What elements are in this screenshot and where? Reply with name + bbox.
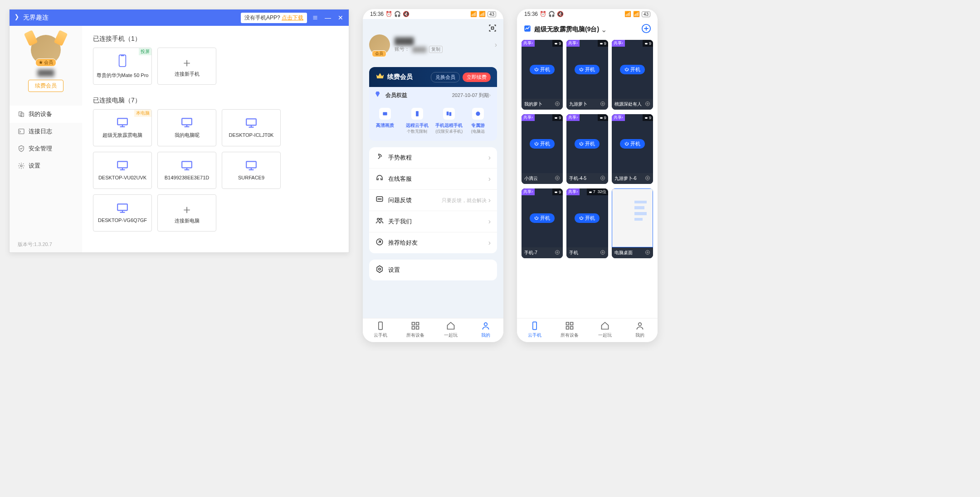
monitor-icon — [245, 118, 257, 130]
mute-icon: 🔇 — [557, 11, 564, 17]
monitor-icon — [245, 160, 257, 172]
device-card-pc[interactable]: 本电脑超级无敌霹雳电脑 — [93, 109, 152, 146]
version-label: 版本号:1.3.20.7 — [10, 236, 82, 252]
power-button[interactable]: 开机 — [575, 65, 600, 74]
gear-icon[interactable] — [645, 101, 650, 107]
battery-icon: 43 — [642, 11, 650, 17]
plus-icon: ＋ — [181, 202, 193, 217]
nav-item[interactable]: 一起玩 — [587, 321, 623, 338]
cloud-device-card[interactable]: 共享› 9 开机九游萝卜 — [566, 40, 608, 110]
gear-icon[interactable] — [645, 250, 650, 256]
cloud-device-card[interactable]: 共享› 7 32位 开机手机 — [566, 188, 608, 258]
nav-item[interactable]: 云手机 — [517, 321, 552, 338]
add-phone-card[interactable]: ＋ 连接新手机 — [157, 48, 216, 85]
svg-rect-78 — [570, 323, 573, 325]
menu-item[interactable]: 手势教程› — [369, 147, 497, 169]
user-row[interactable]: 会员 ████ 账号：████ 复制 › — [369, 34, 497, 55]
cloud-device-card[interactable]: 共享› 9 开机小滴云 — [522, 114, 563, 184]
chevron-down-icon: ⌄ — [601, 25, 607, 34]
phone-icon — [117, 54, 127, 69]
gear-icon[interactable] — [600, 250, 605, 256]
avatar[interactable]: ★ 会员 — [31, 35, 61, 65]
device-card-pc[interactable]: SURFACE9 — [222, 152, 281, 189]
device-card-pc[interactable]: DESKTOP-VU02UVK — [93, 152, 152, 189]
app-title: 无界趣连 — [23, 14, 241, 22]
nav-icon — [481, 321, 490, 331]
vip-feature[interactable]: 高清画质 — [369, 108, 401, 135]
sidebar-item-logs[interactable]: 连接日志 — [10, 123, 82, 140]
renew-vip-button[interactable]: 续费会员 — [28, 80, 63, 92]
copy-button[interactable]: 复制 — [429, 46, 443, 53]
sidebar-item-security[interactable]: 安全管理 — [10, 140, 82, 157]
gear-icon[interactable] — [645, 175, 650, 182]
device-card-pc[interactable]: DESKTOP-VG6Q7GF — [93, 194, 152, 232]
add-pc-card[interactable]: ＋连接新电脑 — [157, 194, 216, 232]
svg-rect-59 — [555, 117, 557, 118]
share-tag: 共享› — [522, 114, 535, 121]
device-card-phone[interactable]: 投屏 尊贵的华为Mate 50 Pro — [93, 48, 152, 85]
nav-item[interactable]: 一起玩 — [433, 321, 468, 338]
svg-rect-44 — [416, 323, 419, 325]
power-button[interactable]: 开机 — [620, 65, 645, 74]
menu-button[interactable] — [311, 13, 320, 22]
alarm-icon: ⏰ — [540, 11, 546, 17]
renew-now-button[interactable]: 立即续费 — [463, 72, 491, 82]
cloud-device-card[interactable]: 共享›⊞ Windows电脑桌面 — [612, 188, 653, 258]
power-button[interactable]: 开机 — [530, 139, 555, 149]
device-card-pc[interactable]: B1499238EE3E71D — [157, 152, 216, 189]
gear-icon[interactable] — [600, 101, 605, 107]
power-button[interactable]: 开机 — [575, 213, 600, 223]
add-button[interactable] — [641, 24, 651, 35]
cloud-device-card[interactable]: 共享› 9 开机桃源深处有人 — [612, 40, 653, 110]
swap-vip-button[interactable]: 兑换会员 — [431, 72, 460, 82]
nav-item[interactable]: 所有设备 — [398, 321, 434, 338]
svg-rect-65 — [645, 117, 647, 118]
gear-icon[interactable] — [555, 101, 560, 107]
cloud-device-card[interactable]: 共享› 9 开机九游萝卜-6 — [612, 114, 653, 184]
device-group-header[interactable]: 超级无敌霹雳电脑(9台) ⌄ — [517, 19, 658, 40]
nav-icon — [530, 321, 539, 331]
cloud-device-card[interactable]: 共享› 9 开机手机-4-5 — [566, 114, 608, 184]
vip-feature[interactable]: 远程云手机个数无限制 — [401, 108, 434, 135]
nav-item[interactable]: 所有设备 — [552, 321, 588, 338]
power-button[interactable]: 开机 — [620, 139, 645, 149]
power-button[interactable]: 开机 — [530, 65, 555, 74]
svg-point-51 — [556, 102, 560, 106]
menu-item[interactable]: 推荐给好友› — [369, 232, 497, 253]
nav-item[interactable]: 云手机 — [363, 321, 398, 338]
menu-item[interactable]: 在线客服› — [369, 169, 497, 190]
vip-rights-row[interactable]: 会员权益 2027-10-07 到期 › — [369, 87, 497, 103]
svg-rect-79 — [566, 327, 569, 329]
info-tag: 9 — [552, 188, 563, 195]
svg-rect-12 — [246, 119, 256, 125]
sidebar-item-settings[interactable]: 设置 — [10, 157, 82, 174]
nav-icon — [411, 321, 420, 331]
cloud-device-card[interactable]: 共享› 9 开机我的萝卜 — [522, 40, 563, 110]
gear-icon[interactable] — [555, 175, 560, 182]
vip-feature[interactable]: 手机远程手机(仅限安卓手机) — [433, 108, 465, 135]
power-button[interactable]: 开机 — [575, 139, 600, 149]
nav-item[interactable]: 我的 — [468, 321, 504, 338]
gear-icon[interactable] — [600, 175, 605, 182]
gear-icon[interactable] — [555, 250, 560, 256]
menu-icon — [375, 174, 384, 184]
menu-item-settings[interactable]: 设置 — [369, 260, 497, 280]
sidebar-item-devices[interactable]: 我的设备 — [10, 106, 82, 123]
svg-rect-4 — [119, 55, 126, 67]
device-card-pc[interactable]: DESKTOP-ICLJT0K — [222, 109, 281, 146]
vip-feature[interactable]: 专属游(电脑远 — [465, 108, 491, 135]
menu-item[interactable]: 问题反馈只要反馈，就会解决› — [369, 190, 497, 211]
cloud-device-card[interactable]: 共享› 9 开机手机-7 — [522, 188, 563, 258]
scan-icon[interactable] — [488, 24, 497, 34]
svg-marker-40 — [377, 266, 382, 273]
svg-rect-24 — [117, 204, 127, 210]
power-button[interactable]: 开机 — [530, 213, 555, 223]
share-tag: 共享› — [522, 188, 535, 195]
close-button[interactable]: ✕ — [336, 13, 345, 22]
rights-icon — [375, 91, 383, 100]
device-card-pc[interactable]: 我的电脑呢 — [157, 109, 216, 146]
minimize-button[interactable]: — — [323, 13, 332, 22]
nav-item[interactable]: 我的 — [623, 321, 658, 338]
menu-item[interactable]: 关于我们› — [369, 211, 497, 232]
download-app-prompt[interactable]: 没有手机APP? 点击下载 — [241, 13, 307, 23]
